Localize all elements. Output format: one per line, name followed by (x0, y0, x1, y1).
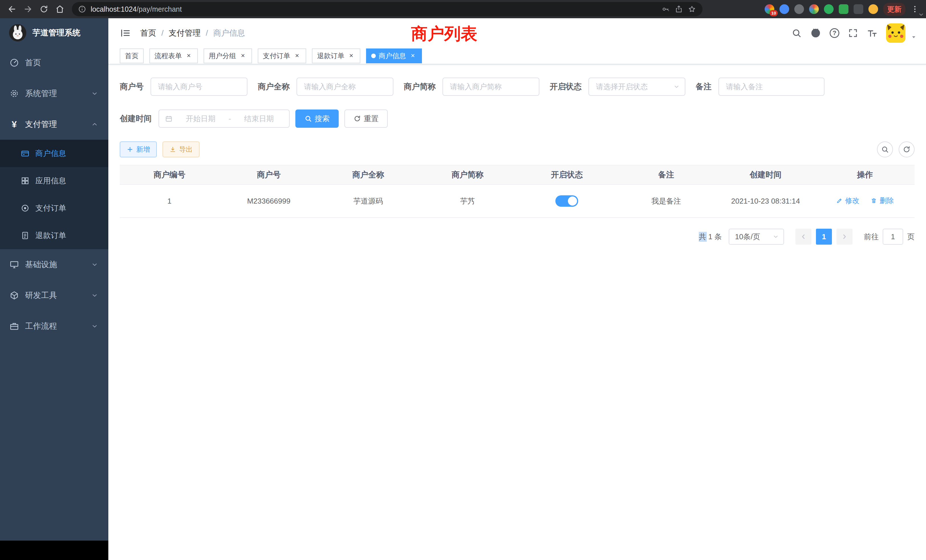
close-icon[interactable]: × (293, 52, 301, 60)
browser-back-icon[interactable] (5, 2, 20, 17)
sidebar-item-payment[interactable]: ¥ 支付管理 (0, 109, 108, 140)
chevron-down-icon (91, 323, 98, 330)
end-date-placeholder[interactable]: 结束日期 (235, 114, 283, 124)
sidebar-item-refund-order[interactable]: 退款订单 (0, 222, 108, 249)
page-size-select[interactable]: 10条/页 (729, 229, 784, 245)
calendar-icon (165, 115, 173, 123)
font-size-icon[interactable] (867, 28, 878, 38)
search-icon[interactable] (791, 28, 802, 38)
ext-puzzle-icon[interactable] (853, 4, 863, 14)
breadcrumb-section: 支付管理 (169, 28, 201, 38)
browser-home-icon[interactable] (53, 2, 67, 17)
sidebar-item-merchant-info[interactable]: 商户信息 (0, 140, 108, 167)
close-icon[interactable]: × (239, 52, 247, 60)
ext-blue-icon[interactable] (779, 4, 789, 14)
tab-user-group[interactable]: 用户分组 × (204, 48, 252, 63)
user-avatar[interactable] (886, 23, 905, 43)
browser-forward-icon[interactable] (21, 2, 35, 17)
edit-link[interactable]: 修改 (836, 196, 859, 205)
breadcrumb-separator: / (161, 29, 163, 38)
refresh-table-button[interactable] (899, 141, 915, 157)
app-logo[interactable]: 芋道管理系统 (0, 18, 108, 47)
show-search-toggle-button[interactable] (877, 141, 893, 157)
site-info-icon[interactable] (78, 5, 86, 13)
search-button[interactable]: 搜索 (295, 109, 339, 128)
close-icon[interactable]: × (347, 52, 355, 60)
cell-remark: 我是备注 (617, 185, 716, 218)
prev-page-button[interactable] (796, 229, 811, 245)
breadcrumb: 首页 / 支付管理 / 商户信息 (140, 28, 245, 38)
status-label: 开启状态 (550, 81, 582, 92)
merchant-no-label: 商户号 (120, 81, 144, 92)
chrome-edge-caret-icon[interactable] (918, 11, 924, 18)
sidebar-item-workflow[interactable]: 工作流程 (0, 311, 108, 342)
ext-green-circle-icon[interactable] (824, 4, 834, 14)
sidebar-item-home[interactable]: 首页 (0, 47, 108, 78)
delete-link[interactable]: 删除 (870, 196, 894, 205)
breadcrumb-home[interactable]: 首页 (140, 28, 156, 38)
tab-home[interactable]: 首页 (120, 48, 144, 63)
pagination: 共 1 条 10条/页 1 前往 页 (120, 229, 915, 245)
remark-label: 备注 (696, 81, 712, 92)
cell-full-name: 芋道源码 (318, 185, 418, 218)
goto-page-input[interactable] (883, 229, 903, 245)
bank-card-icon (21, 149, 30, 158)
filter-row-1: 商户号 商户全称 商户简称 开启状态 请选择开启状态 (120, 77, 915, 96)
github-icon[interactable] (810, 28, 821, 38)
chevron-down-icon (91, 292, 98, 299)
hamburger-icon[interactable] (114, 27, 137, 39)
bookmark-star-icon[interactable] (688, 5, 696, 14)
browser-refresh-icon[interactable] (36, 2, 51, 17)
cell-merchant-id: 1 (120, 185, 219, 218)
ext-notes-icon[interactable] (839, 4, 849, 14)
close-icon[interactable]: × (409, 52, 417, 60)
remark-input[interactable] (719, 77, 825, 96)
add-button[interactable]: 新增 (120, 141, 157, 157)
user-menu-caret-icon[interactable] (911, 34, 917, 40)
export-button[interactable]: 导出 (162, 141, 200, 157)
ext-wheel-icon[interactable] (809, 4, 819, 14)
date-range-picker[interactable]: 开始日期 - 结束日期 (159, 109, 290, 128)
chevron-down-icon (91, 90, 98, 97)
sidebar-footer-strip (0, 540, 108, 560)
short-name-input[interactable] (442, 77, 539, 96)
tab-refund-order[interactable]: 退款订单 × (312, 48, 360, 63)
next-page-button[interactable] (837, 229, 852, 245)
tab-process-form[interactable]: 流程表单 × (150, 48, 198, 63)
reset-button[interactable]: 重置 (344, 109, 388, 128)
browser-update-button[interactable]: 更新 (883, 3, 905, 16)
ext-face-icon[interactable] (869, 4, 878, 14)
edit-pencil-icon (836, 197, 843, 204)
col-remark: 备注 (617, 165, 716, 185)
full-name-input[interactable] (297, 77, 393, 96)
table-toolbar: 新增 导出 (120, 141, 915, 157)
merchant-table: 商户编号 商户号 商户全称 商户简称 开启状态 备注 创建时间 操作 1 M23… (120, 165, 915, 218)
close-icon[interactable]: × (185, 52, 193, 60)
page-number-button[interactable]: 1 (816, 229, 832, 245)
address-bar[interactable]: localhost:1024/pay/merchant (72, 2, 702, 16)
sidebar-item-dev-tools[interactable]: 研发工具 (0, 280, 108, 311)
help-icon[interactable]: ? (830, 28, 839, 38)
date-separator: - (228, 114, 231, 123)
full-name-label: 商户全称 (258, 81, 290, 92)
status-select[interactable]: 请选择开启状态 (589, 77, 685, 96)
sidebar-item-pay-order[interactable]: 支付订单 (0, 194, 108, 222)
chevron-down-icon (773, 233, 779, 240)
tab-pay-order[interactable]: 支付订单 × (258, 48, 306, 63)
sidebar-item-system[interactable]: 系统管理 (0, 78, 108, 109)
ext-colorful-icon[interactable]: 10 (765, 4, 774, 14)
start-date-placeholder[interactable]: 开始日期 (176, 114, 225, 124)
pagination-total: 共 1 条 (699, 232, 722, 242)
merchant-no-input[interactable] (151, 77, 247, 96)
fullscreen-icon[interactable] (848, 28, 858, 38)
tab-merchant-info[interactable]: 商户信息 × (366, 48, 422, 63)
status-toggle[interactable] (555, 195, 578, 207)
browser-chrome: localhost:1024/pay/merchant 10 更新 (0, 0, 926, 18)
briefcase-icon (9, 321, 20, 331)
sidebar-item-infrastructure[interactable]: 基础设施 (0, 249, 108, 280)
sidebar-item-application-info[interactable]: 应用信息 (0, 167, 108, 194)
password-key-icon[interactable] (661, 5, 670, 14)
share-icon[interactable] (675, 5, 683, 14)
ext-gray-icon[interactable] (794, 4, 804, 14)
annotation-title: 商户列表 (411, 23, 477, 45)
